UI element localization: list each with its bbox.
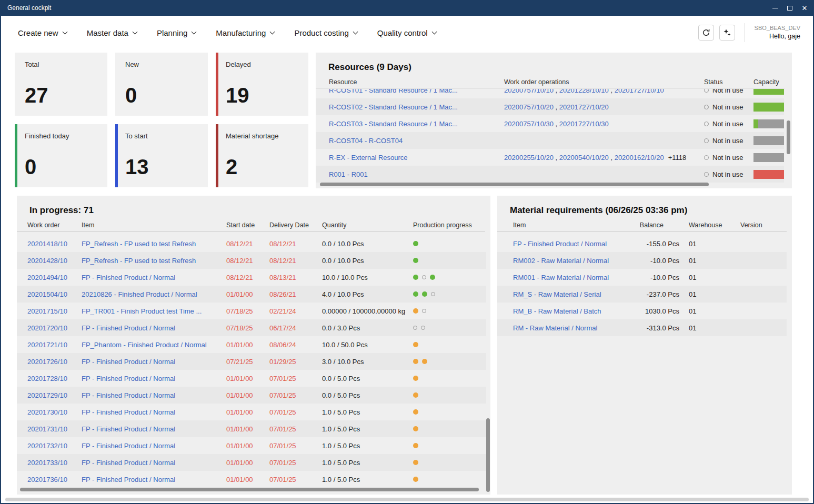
- material-item-link[interactable]: RM_B - Raw Material / Batch: [513, 307, 639, 315]
- work-order-link[interactable]: 20201494/10: [27, 274, 82, 281]
- work-order-link[interactable]: 20201418/10: [27, 240, 82, 248]
- work-order-row: 20201721/10FP_Phantom - Finished Product…: [17, 336, 486, 353]
- work-order-link[interactable]: 20201736/10: [27, 476, 82, 483]
- menu-item-master-data[interactable]: Master data: [87, 28, 137, 37]
- work-order-link[interactable]: 20201733/10: [27, 459, 82, 467]
- operation-link[interactable]: 20200757/10/20: [504, 103, 554, 111]
- menu-item-create-new[interactable]: Create new: [18, 28, 67, 37]
- scrollbar-thumb[interactable]: [787, 120, 790, 154]
- kpi-card-delayed[interactable]: Delayed19: [216, 53, 308, 116]
- material-item-link[interactable]: RM_S - Raw Material / Serial: [513, 290, 639, 298]
- scrollbar-thumb[interactable]: [320, 183, 709, 186]
- start-date: 08/12/21: [226, 274, 269, 281]
- item-link[interactable]: FP - Finished Product / Normal: [82, 324, 226, 332]
- progress-dot-open: [413, 326, 417, 330]
- assistant-button[interactable]: [719, 25, 735, 41]
- menu-item-manufacturing[interactable]: Manufacturing: [216, 28, 274, 37]
- progress-dot-yellow: [413, 308, 418, 314]
- work-order-link[interactable]: 20201720/10: [27, 324, 82, 332]
- resource-link[interactable]: R001 - R001: [329, 170, 504, 178]
- titlebar: General cockpit ✕: [0, 0, 814, 16]
- progress-dot-yellow: [413, 376, 418, 381]
- column-header-item: Item: [82, 221, 226, 229]
- item-link[interactable]: FP - Finished Product / Normal: [82, 358, 226, 366]
- material-item-link[interactable]: FP - Finished Product / Normal: [513, 240, 639, 248]
- material-item-link[interactable]: RM001 - Raw Material / Normal: [513, 274, 639, 281]
- item-link[interactable]: FP - Finished Product / Normal: [82, 442, 226, 450]
- warehouse-value: 01: [687, 240, 740, 248]
- item-link[interactable]: 20210826 - Finished Product / Normal: [82, 290, 226, 298]
- work-order-link[interactable]: 20201726/10: [27, 358, 82, 366]
- resource-link[interactable]: R-COST04 - R-COST04: [329, 137, 504, 145]
- progress-dot-yellow: [413, 392, 418, 398]
- work-order-link[interactable]: 20201731/10: [27, 425, 82, 433]
- menu-item-planning[interactable]: Planning: [157, 28, 196, 37]
- operation-link[interactable]: 20200162/10/20: [615, 154, 664, 162]
- material-row: FP - Finished Product / Normal-155.0 Pcs…: [497, 235, 787, 252]
- item-link[interactable]: FP - Finished Product / Normal: [82, 476, 226, 483]
- work-order-link[interactable]: 20201428/10: [27, 257, 82, 265]
- operation-link[interactable]: 20200757/10/30: [504, 120, 554, 128]
- work-order-link[interactable]: 20201721/10: [27, 341, 82, 349]
- kpi-card-total[interactable]: Total27: [15, 53, 107, 116]
- work-order-link[interactable]: 20201728/10: [27, 375, 82, 382]
- operation-link[interactable]: 20200255/10/20: [504, 154, 554, 162]
- resource-link[interactable]: R-COST01 - Standard Resource / 1 Mac...: [329, 89, 504, 94]
- kpi-value: 0: [25, 155, 99, 179]
- item-link[interactable]: FP_Refresh - FP used to test Refresh: [82, 240, 226, 248]
- work-order-link[interactable]: 20201504/10: [27, 290, 82, 298]
- menu-item-product-costing[interactable]: Product costing: [294, 28, 357, 37]
- minimize-button[interactable]: [768, 0, 782, 16]
- item-link[interactable]: FP - Finished Product / Normal: [82, 391, 226, 399]
- material-item-link[interactable]: RM - Raw Material / Normal: [513, 324, 639, 332]
- work-order-row: 20201728/10FP - Finished Product / Norma…: [17, 370, 486, 387]
- kpi-card-material-shortage[interactable]: Material shortage2: [216, 124, 308, 187]
- item-link[interactable]: FP_Refresh - FP used to test Refresh: [82, 257, 226, 265]
- refresh-button[interactable]: [698, 25, 714, 41]
- material-item-link[interactable]: RM002 - Raw Material / Normal: [513, 257, 639, 265]
- scrollbar-thumb[interactable]: [486, 418, 490, 492]
- close-button[interactable]: ✕: [797, 0, 812, 16]
- item-link[interactable]: FP_Phantom - Finished Product / Normal: [82, 341, 226, 349]
- operation-link[interactable]: 20201727/10/30: [559, 120, 609, 128]
- progress-dot-green: [422, 291, 427, 297]
- operation-link[interactable]: 20201727/10/10: [615, 89, 664, 94]
- kpi-card-new[interactable]: New0: [115, 53, 208, 116]
- progress-dot-yellow: [413, 426, 418, 431]
- resource-row: R-COST02 - Standard Resource / 1 Mac...2…: [316, 98, 784, 115]
- material-row: RM_S - Raw Material / Serial-237.0 Pcs01: [497, 286, 787, 303]
- maximize-button[interactable]: [782, 0, 797, 16]
- work-order-link[interactable]: 20201732/10: [27, 442, 82, 450]
- quantity: 0.00000 / 100000.00000 kg: [322, 307, 413, 315]
- work-order-link[interactable]: 20201715/10: [27, 307, 82, 315]
- resource-link[interactable]: R-EX - External Resource: [329, 154, 504, 162]
- item-link[interactable]: FP_TR001 - Finish Product test Time ...: [82, 307, 226, 315]
- operation-link[interactable]: 20201727/10/20: [559, 103, 609, 111]
- start-date: 01/01/00: [226, 290, 269, 298]
- production-progress: [413, 308, 492, 314]
- start-date: 01/01/00: [226, 341, 269, 349]
- operation-link[interactable]: 20201228/10/10: [559, 89, 609, 94]
- status-circle-icon: [704, 89, 709, 93]
- progress-dot-yellow: [413, 409, 418, 415]
- item-link[interactable]: FP - Finished Product / Normal: [82, 408, 226, 416]
- item-link[interactable]: FP - Finished Product / Normal: [82, 459, 226, 467]
- kpi-card-to-start[interactable]: To start13: [115, 124, 208, 187]
- page-horizontal-scrollbar[interactable]: [5, 498, 809, 501]
- resource-link[interactable]: R-COST03 - Standard Resource / 1 Mac...: [329, 120, 504, 128]
- progress-dot-yellow: [422, 359, 427, 364]
- warehouse-value: 01: [687, 324, 740, 332]
- kpi-card-finished-today[interactable]: Finished today0: [15, 124, 107, 187]
- menu-item-quality-control[interactable]: Quality control: [377, 28, 436, 37]
- work-order-link[interactable]: 20201729/10: [27, 391, 82, 399]
- item-link[interactable]: FP - Finished Product / Normal: [82, 274, 226, 281]
- operation-link[interactable]: 20200757/10/10: [504, 89, 554, 94]
- scrollbar-thumb[interactable]: [20, 488, 479, 491]
- operation-link[interactable]: 20200540/10/20: [559, 154, 609, 162]
- content-area: Create newMaster dataPlanningManufacturi…: [1, 16, 813, 503]
- resource-link[interactable]: R-COST02 - Standard Resource / 1 Mac...: [329, 103, 504, 111]
- item-link[interactable]: FP - Finished Product / Normal: [82, 425, 226, 433]
- work-order-link[interactable]: 20201730/10: [27, 408, 82, 416]
- sparkles-icon: [723, 28, 731, 37]
- item-link[interactable]: FP - Finished Product / Normal: [82, 375, 226, 382]
